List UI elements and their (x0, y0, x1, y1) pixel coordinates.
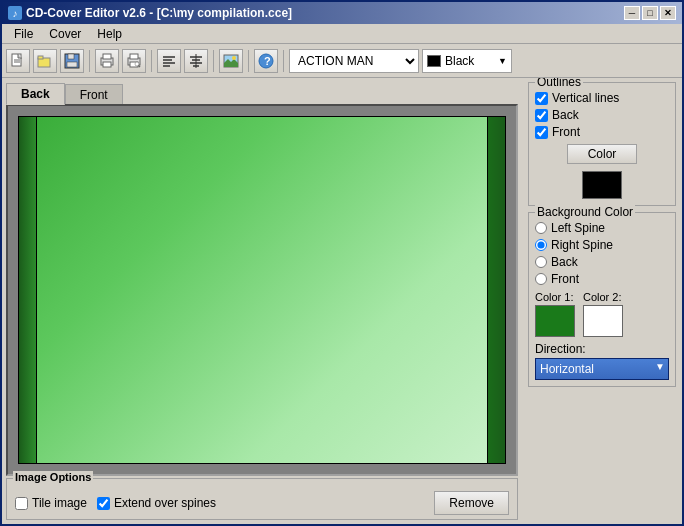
right-spine-row[interactable]: Right Spine (535, 238, 669, 252)
canvas-container (6, 104, 518, 476)
color-label: Black (445, 54, 474, 68)
color1-container: Color 1: (535, 291, 575, 337)
title-controls: ─ □ ✕ (624, 6, 676, 20)
front-checkbox[interactable] (535, 126, 548, 139)
front-label: Front (552, 125, 580, 139)
svg-line-15 (139, 65, 141, 67)
open-button[interactable] (33, 49, 57, 73)
color2-swatch[interactable] (583, 305, 623, 337)
left-spine-radio[interactable] (535, 222, 547, 234)
extend-over-spines-label[interactable]: Extend over spines (97, 496, 216, 510)
cover-main (36, 116, 488, 464)
back-label: Back (552, 108, 579, 122)
svg-rect-6 (68, 54, 74, 59)
back-color-row[interactable]: Back (535, 255, 669, 269)
image-options-content: Tile image Extend over spines Remove (15, 491, 509, 515)
close-button[interactable]: ✕ (660, 6, 676, 20)
vertical-lines-row[interactable]: Vertical lines (535, 91, 669, 105)
direction-select[interactable]: Horizontal Vertical Diagonal (535, 358, 669, 380)
svg-rect-10 (103, 62, 111, 67)
print-button[interactable] (95, 49, 119, 73)
separator-2 (151, 50, 152, 72)
background-color-group: Background Color Left Spine Right Spine … (528, 212, 676, 387)
align-center-button[interactable] (184, 49, 208, 73)
separator-1 (89, 50, 90, 72)
menu-help[interactable]: Help (89, 25, 130, 43)
main-window: ♪ CD-Cover Editor v2.6 - [C:\my compilat… (0, 0, 684, 526)
print-preview-button[interactable] (122, 49, 146, 73)
svg-rect-12 (130, 54, 138, 59)
direction-select-wrapper: Horizontal Vertical Diagonal (535, 358, 669, 380)
spine-left (18, 116, 36, 464)
vertical-lines-checkbox[interactable] (535, 92, 548, 105)
image-options-section: Image Options Tile image Extend over spi… (6, 478, 518, 520)
front-color-radio[interactable] (535, 273, 547, 285)
app-icon: ♪ (8, 6, 22, 20)
tile-image-checkbox[interactable] (15, 497, 28, 510)
insert-image-button[interactable] (219, 49, 243, 73)
direction-row: Direction: Horizontal Vertical Diagonal (535, 342, 669, 380)
right-spine-radio[interactable] (535, 239, 547, 251)
svg-text:?: ? (264, 55, 271, 67)
left-panel: Back Front Image Options Tile image (2, 78, 522, 524)
window-title: CD-Cover Editor v2.6 - [C:\my compilatio… (26, 6, 292, 20)
color1-swatch[interactable] (535, 305, 575, 337)
spine-right (488, 116, 506, 464)
menu-cover[interactable]: Cover (41, 25, 89, 43)
menu-bar: File Cover Help (2, 24, 682, 44)
svg-point-27 (232, 56, 236, 60)
color-dropdown-wrapper[interactable]: Black ▼ (422, 49, 512, 73)
help-button[interactable]: ? (254, 49, 278, 73)
background-color-content: Left Spine Right Spine Back Front (535, 221, 669, 380)
background-color-title: Background Color (535, 205, 635, 219)
front-row[interactable]: Front (535, 125, 669, 139)
left-spine-row[interactable]: Left Spine (535, 221, 669, 235)
minimize-button[interactable]: ─ (624, 6, 640, 20)
tabs: Back Front (6, 82, 518, 104)
title-bar: ♪ CD-Cover Editor v2.6 - [C:\my compilat… (2, 2, 682, 24)
toolbar: ? ACTION MAN Black ▼ (2, 44, 682, 78)
front-color-row[interactable]: Front (535, 272, 669, 286)
color2-container: Color 2: (583, 291, 623, 337)
color2-label: Color 2: (583, 291, 622, 303)
outlines-group: Outlines Vertical lines Back Front Color (528, 82, 676, 206)
cd-preview (18, 116, 506, 464)
action-dropdown[interactable]: ACTION MAN (289, 49, 419, 73)
direction-label: Direction: (535, 342, 669, 356)
svg-rect-4 (38, 56, 43, 59)
image-options-title: Image Options (13, 471, 93, 483)
front-color-label: Front (551, 272, 579, 286)
menu-file[interactable]: File (6, 25, 41, 43)
right-spine-label: Right Spine (551, 238, 613, 252)
right-panel: Outlines Vertical lines Back Front Color (522, 78, 682, 524)
remove-button[interactable]: Remove (434, 491, 509, 515)
outline-color-preview[interactable] (582, 171, 622, 199)
color-swatch (427, 55, 441, 67)
left-spine-label: Left Spine (551, 221, 605, 235)
svg-point-14 (135, 62, 139, 66)
svg-rect-7 (67, 62, 77, 67)
new-button[interactable] (6, 49, 30, 73)
back-color-label: Back (551, 255, 578, 269)
vertical-lines-label: Vertical lines (552, 91, 619, 105)
main-content: Back Front Image Options Tile image (2, 78, 682, 524)
back-checkbox[interactable] (535, 109, 548, 122)
extend-over-spines-checkbox[interactable] (97, 497, 110, 510)
tile-image-label[interactable]: Tile image (15, 496, 87, 510)
align-left-button[interactable] (157, 49, 181, 73)
separator-3 (213, 50, 214, 72)
separator-5 (283, 50, 284, 72)
separator-4 (248, 50, 249, 72)
save-button[interactable] (60, 49, 84, 73)
maximize-button[interactable]: □ (642, 6, 658, 20)
back-color-radio[interactable] (535, 256, 547, 268)
title-bar-left: ♪ CD-Cover Editor v2.6 - [C:\my compilat… (8, 6, 292, 20)
svg-rect-9 (103, 54, 111, 59)
tab-back[interactable]: Back (6, 83, 65, 105)
color-button[interactable]: Color (567, 144, 637, 164)
color1-label: Color 1: (535, 291, 574, 303)
tab-front[interactable]: Front (65, 84, 123, 106)
outlines-content: Vertical lines Back Front Color (535, 91, 669, 199)
dropdown-arrow-icon: ▼ (498, 56, 507, 66)
back-row[interactable]: Back (535, 108, 669, 122)
